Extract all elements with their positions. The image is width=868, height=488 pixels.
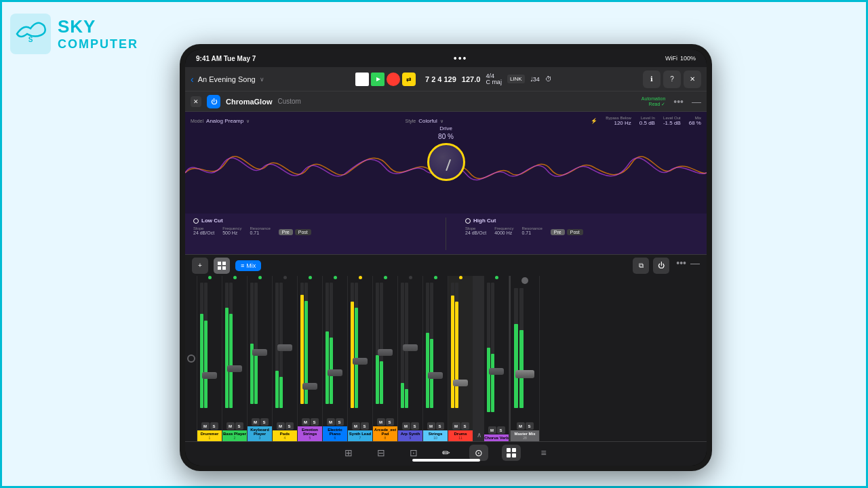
high-cut-post-button[interactable]: Post	[567, 229, 583, 235]
ch1-ms-row: M S	[201, 422, 218, 430]
song-title: An Evening Song	[198, 75, 256, 83]
mix-view-button[interactable]: ≡ Mix	[235, 260, 261, 271]
back-button[interactable]: ‹	[191, 74, 194, 85]
ch5-solo[interactable]: S	[311, 418, 319, 426]
info-button[interactable]: ℹ	[643, 70, 660, 88]
model-value: Analog Preamp	[206, 118, 243, 124]
ch5-mute[interactable]: M	[302, 418, 310, 426]
transport-bar: ‹ An Evening Song ∨ ▶ ⇄ 7 2 4 129 127.0 …	[185, 67, 707, 92]
svg-rect-7	[512, 448, 516, 452]
ch12-solo[interactable]: S	[497, 426, 505, 434]
channel-6: M S Electric Piano6	[323, 276, 348, 441]
help-button[interactable]: ?	[663, 70, 681, 88]
ch10-label: Strings10	[423, 430, 448, 441]
ch6-solo[interactable]: S	[336, 418, 344, 426]
chromaglow-plugin: Model Analog Preamp ∨ Style Colorful ∨ ⚡…	[185, 112, 707, 254]
nav-pencil-button[interactable]: ✏	[437, 445, 456, 461]
song-dropdown[interactable]: ∨	[260, 76, 264, 83]
model-arrow: ∨	[246, 119, 250, 124]
play-button[interactable]: ▶	[371, 73, 384, 86]
ch10-mute[interactable]: M	[427, 422, 435, 430]
high-cut-power[interactable]	[465, 218, 471, 224]
nav-tag-button[interactable]: ⊡	[404, 445, 423, 461]
channel-expand[interactable]: ∧	[477, 431, 481, 439]
ch3-fader[interactable]	[252, 349, 267, 356]
ch2-solo[interactable]: S	[235, 422, 243, 430]
ch11-solo[interactable]: S	[461, 422, 469, 430]
sky-logo: S	[10, 14, 51, 54]
mixer-grid-button[interactable]	[214, 258, 230, 274]
ch4-solo[interactable]: S	[285, 422, 294, 430]
high-cut-pre-button[interactable]: Pre	[551, 229, 565, 235]
ch11-signal	[459, 276, 462, 279]
ch7-solo[interactable]: S	[361, 422, 369, 430]
low-cut-power[interactable]	[193, 218, 199, 224]
ch2-fader[interactable]	[227, 365, 242, 372]
ch8-fader[interactable]	[378, 349, 393, 356]
ch10-solo[interactable]: S	[436, 422, 444, 430]
low-cut-filter: Low Cut Slope 24 dB/Oct Frequency 500 Hz…	[193, 218, 427, 250]
mixer-expand-button[interactable]: —	[690, 258, 700, 274]
svg-rect-3	[222, 262, 226, 265]
add-track-button[interactable]: +	[192, 258, 208, 274]
style-control[interactable]: Style Colorful ∨	[406, 118, 443, 124]
master-fader[interactable]	[515, 370, 534, 378]
master-mute[interactable]: M	[517, 422, 525, 430]
ch6-fader[interactable]	[328, 369, 342, 376]
plugin-expand-button[interactable]: —	[692, 96, 701, 107]
ch8-solo[interactable]: S	[386, 418, 394, 426]
ch4-fader[interactable]	[277, 344, 292, 351]
mixer-duplicate-button[interactable]: ⧉	[633, 258, 649, 274]
nav-grid-button[interactable]	[502, 445, 521, 461]
drive-knob[interactable]	[427, 143, 465, 181]
plugin-close-button[interactable]: ✕	[191, 96, 201, 107]
mixer-power-button[interactable]: ⏻	[653, 258, 669, 274]
ch2-mute[interactable]: M	[226, 422, 235, 430]
ch5-signal	[309, 276, 312, 279]
mixer-more-button[interactable]: •••	[676, 258, 686, 274]
nav-dial-button[interactable]: ⊙	[469, 445, 488, 461]
settings-button[interactable]: ✕	[684, 70, 701, 88]
channel-9: M S Arp Synth9	[398, 276, 423, 441]
filter-section: Low Cut Slope 24 dB/Oct Frequency 500 Hz…	[185, 214, 707, 254]
ch8-mute[interactable]: M	[377, 418, 385, 426]
stop-button[interactable]	[355, 73, 369, 86]
record-button[interactable]	[387, 73, 400, 86]
nav-layers-button[interactable]: ⊟	[372, 445, 391, 461]
channel-2: M S Bass Player2	[222, 276, 248, 441]
ch9-solo[interactable]: S	[411, 422, 419, 430]
ch1-solo[interactable]: S	[210, 422, 218, 430]
nav-bars-button[interactable]: ≡	[534, 445, 553, 461]
ch3-solo[interactable]: S	[260, 418, 269, 426]
filter-divider	[446, 218, 446, 250]
plugin-more-button[interactable]: •••	[673, 96, 684, 107]
drive-knob-area: Drive 80 %	[427, 125, 465, 181]
ch1-mute[interactable]: M	[201, 422, 210, 430]
master-solo[interactable]: S	[526, 422, 534, 430]
ch12-label: Chorus Verb	[484, 434, 509, 441]
channel-list: M S Drummer1	[185, 276, 707, 441]
ch11-mute[interactable]: M	[452, 422, 460, 430]
model-control[interactable]: Model Analog Preamp ∨	[191, 118, 250, 124]
ch12-fader[interactable]	[489, 368, 504, 375]
ch11-fader[interactable]	[453, 380, 468, 386]
loop-button[interactable]: ⇄	[402, 73, 416, 86]
bottom-nav: ⊞ ⊟ ⊡ ✏ ⊙ ≡	[185, 441, 707, 466]
ch12-mute[interactable]: M	[488, 426, 496, 434]
ch7-fader[interactable]	[353, 358, 368, 365]
low-cut-post-button[interactable]: Post	[295, 229, 311, 235]
low-cut-pre-button[interactable]: Pre	[279, 229, 293, 235]
ch9-mute[interactable]: M	[402, 422, 410, 430]
master-selector[interactable]	[187, 354, 195, 363]
channel-4: M S Pads4	[273, 276, 298, 441]
plugin-power-button[interactable]: ⏻	[207, 95, 220, 108]
ch4-mute[interactable]: M	[277, 422, 285, 430]
ch6-mute[interactable]: M	[327, 418, 335, 426]
nav-tracks-button[interactable]: ⊞	[339, 445, 358, 461]
ch10-fader[interactable]	[428, 372, 443, 379]
ch1-fader[interactable]	[202, 372, 217, 379]
ch3-mute[interactable]: M	[252, 418, 260, 426]
ch5-fader[interactable]	[302, 383, 317, 390]
ch7-mute[interactable]: M	[352, 422, 360, 430]
ch9-fader[interactable]	[403, 344, 418, 351]
